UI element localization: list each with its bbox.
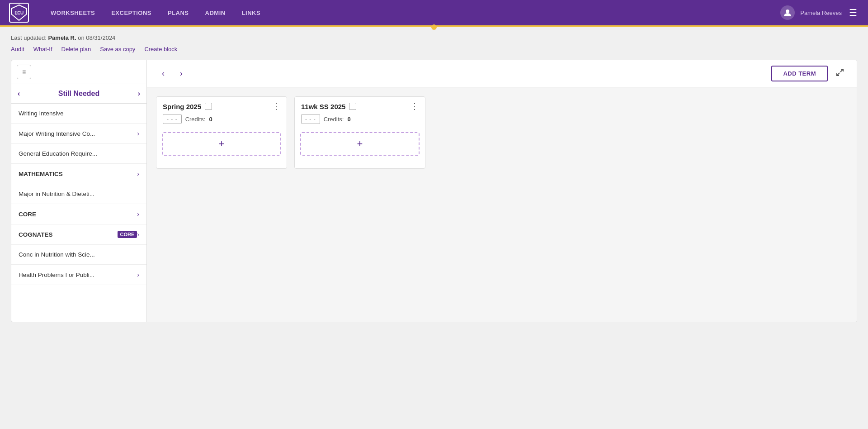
last-updated-prefix: Last updated: [11, 34, 47, 41]
add-term-button[interactable]: ADD TERM [771, 66, 828, 81]
credits-label: Credits: [324, 116, 344, 123]
add-course-icon: + [219, 138, 225, 150]
sidebar-item-conc-nutrition[interactable]: Conc in Nutrition with Scie... [11, 245, 146, 265]
sidebar-toolbar: ≡ [11, 60, 146, 84]
nav-admin[interactable]: ADMIN [197, 0, 234, 25]
term-title: Spring 2025 [163, 103, 201, 110]
sidebar-item-label: Major in Nutrition & Dieteti... [19, 191, 139, 197]
nav-plans[interactable]: PLANS [160, 0, 197, 25]
term-checkbox[interactable] [205, 103, 212, 110]
term-title-row: Spring 2025 [163, 103, 212, 110]
sidebar-next-button[interactable]: › [138, 90, 140, 98]
sidebar-item-health-problems[interactable]: Health Problems I or Publi... › [11, 265, 146, 285]
sidebar-list: Writing Intensive Major Writing Intensiv… [11, 104, 146, 322]
logo[interactable]: ECU [9, 3, 29, 23]
sidebar-item-writing-intensive[interactable]: Writing Intensive [11, 104, 146, 124]
sidebar-item-core[interactable]: CORE › [11, 204, 146, 224]
last-updated-date: on 08/31/2024 [78, 34, 115, 41]
nav-worksheets[interactable]: WORKSHEETS [42, 0, 103, 25]
chevron-right-icon: › [137, 271, 139, 278]
meta-bar: Last updated: Pamela R. on 08/31/2024 [11, 34, 857, 41]
action-links: Audit What-If Delete plan Save as copy C… [11, 46, 857, 52]
term-card-11wk-ss-2025: 11wk SS 2025 ⋮ - - - Credits: 0 + [294, 96, 425, 169]
sidebar-item-cognates[interactable]: COGNATES CORE › [11, 224, 146, 245]
sidebar-prev-button[interactable]: ‹ [18, 90, 20, 98]
expand-button[interactable] [832, 67, 848, 81]
term-credits-row: - - - Credits: 0 [295, 114, 425, 129]
term-header: Spring 2025 ⋮ [156, 97, 287, 114]
term-menu-button[interactable]: ⋮ [272, 102, 280, 110]
top-nav: ECU WORKSHEETS EXCEPTIONS PLANS ADMIN LI… [0, 0, 868, 25]
nav-links[interactable]: LINKS [234, 0, 269, 25]
delete-plan-link[interactable]: Delete plan [61, 46, 91, 52]
user-name: Pamela Reeves [800, 10, 842, 16]
logo-shield: ECU [9, 3, 29, 23]
credits-value: 0 [209, 116, 212, 123]
chevron-right-icon: › [137, 210, 139, 218]
last-updated: Last updated: Pamela R. on 08/31/2024 [11, 34, 115, 41]
add-course-button-11wk[interactable]: + [300, 132, 420, 156]
chevron-right-icon: › [137, 170, 139, 177]
chevron-right-icon: › [137, 130, 139, 137]
content-toolbar: ‹ › ADD TERM [147, 60, 857, 87]
chevron-right-icon: › [137, 231, 139, 238]
nav-links: WORKSHEETS EXCEPTIONS PLANS ADMIN LINKS [42, 0, 780, 25]
term-header: 11wk SS 2025 ⋮ [295, 97, 425, 114]
content-area: ‹ › ADD TERM [147, 60, 857, 322]
core-badge: CORE [118, 231, 137, 238]
sidebar-hamburger-icon: ≡ [22, 68, 26, 76]
sidebar-item-label: MATHEMATICS [19, 171, 137, 177]
credits-slot: - - - [301, 114, 320, 124]
sidebar-item-label: Health Problems I or Publi... [19, 272, 137, 278]
user-icon [780, 5, 795, 20]
toolbar-left: ‹ › [156, 67, 189, 81]
sidebar-title: Still Needed [58, 90, 100, 98]
term-menu-button[interactable]: ⋮ [410, 102, 419, 110]
create-block-link[interactable]: Create block [144, 46, 177, 52]
svg-text:ECU: ECU [14, 10, 24, 15]
sidebar-item-label: COGNATES [19, 231, 116, 238]
progress-dot [431, 24, 437, 30]
sidebar-item-general-education[interactable]: General Education Require... [11, 144, 146, 164]
main-panel: ≡ ‹ Still Needed › Writing Intensive Maj… [11, 60, 857, 322]
page-content: Last updated: Pamela R. on 08/31/2024 Au… [0, 27, 868, 429]
what-if-link[interactable]: What-If [33, 46, 52, 52]
add-course-button-spring[interactable]: + [162, 132, 281, 156]
sidebar-item-label: CORE [19, 211, 137, 218]
svg-point-2 [786, 10, 789, 13]
credits-label: Credits: [185, 116, 206, 123]
term-checkbox[interactable] [349, 103, 356, 110]
sidebar-item-label: Major Writing Intensive Co... [19, 130, 137, 137]
save-as-copy-link[interactable]: Save as copy [100, 46, 135, 52]
sidebar: ≡ ‹ Still Needed › Writing Intensive Maj… [11, 60, 147, 322]
last-updated-user: Pamela R. [48, 34, 76, 41]
sidebar-item-major-writing[interactable]: Major Writing Intensive Co... › [11, 124, 146, 144]
sidebar-item-label: General Education Require... [19, 150, 139, 157]
term-title: 11wk SS 2025 [301, 103, 345, 110]
credits-slot: - - - [163, 114, 182, 124]
progress-bar [0, 25, 868, 27]
audit-link[interactable]: Audit [11, 46, 24, 52]
term-credits-row: - - - Credits: 0 [156, 114, 287, 129]
sidebar-item-mathematics[interactable]: MATHEMATICS › [11, 164, 146, 184]
next-term-button[interactable]: › [174, 67, 189, 81]
nav-exceptions[interactable]: EXCEPTIONS [103, 0, 160, 25]
hamburger-menu-icon[interactable]: ☰ [847, 5, 859, 20]
nav-right: Pamela Reeves ☰ [780, 5, 859, 20]
credits-value: 0 [347, 116, 350, 123]
terms-container: Spring 2025 ⋮ - - - Credits: 0 + [147, 87, 857, 322]
sidebar-item-label: Conc in Nutrition with Scie... [19, 251, 139, 258]
sidebar-item-label: Writing Intensive [19, 110, 139, 117]
add-course-icon: + [357, 138, 363, 150]
term-card-spring-2025: Spring 2025 ⋮ - - - Credits: 0 + [156, 96, 287, 169]
sidebar-header: ‹ Still Needed › [11, 84, 146, 104]
sidebar-item-major-nutrition[interactable]: Major in Nutrition & Dieteti... [11, 184, 146, 204]
term-title-row: 11wk SS 2025 [301, 103, 356, 110]
sidebar-hamburger-button[interactable]: ≡ [17, 65, 31, 79]
prev-term-button[interactable]: ‹ [156, 67, 170, 81]
